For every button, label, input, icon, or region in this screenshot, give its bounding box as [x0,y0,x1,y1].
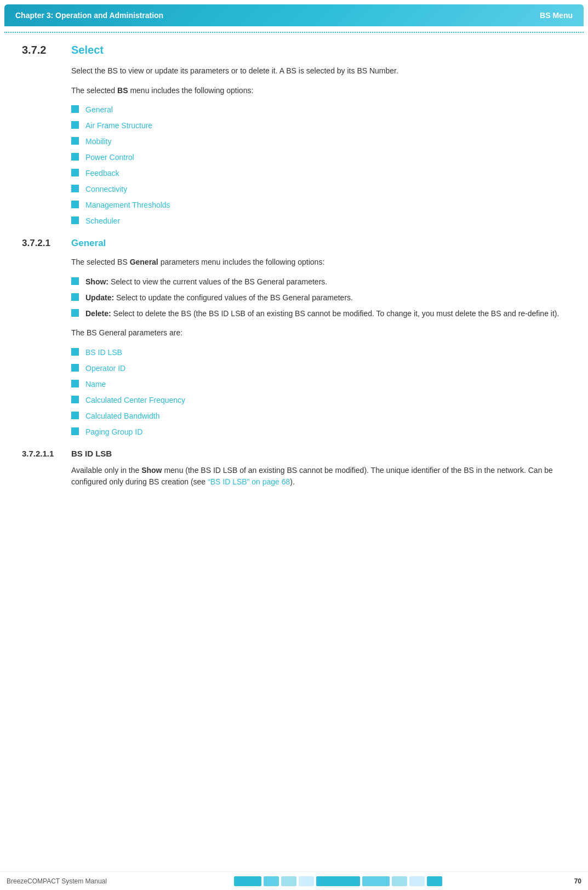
list-item: General [71,104,566,116]
footer-page-number: 70 [574,877,581,885]
list-item: Calculated Bandwidth [71,410,566,422]
footer-block-4 [299,876,314,886]
list-item: Calculated Center Frequency [71,395,566,406]
list-item: Delete: Select to delete the BS (the BS … [71,308,566,320]
footer-block-8 [409,876,425,886]
section-37211-body: Available only in the Show menu (the BS … [71,465,566,488]
section-3721-params-list: BS ID LSB Operator ID Name Calculated Ce… [71,347,566,438]
bs-id-lsb-link[interactable]: “BS ID LSB” on page 68 [208,477,290,486]
bullet-icon [71,380,79,387]
list-item: Mobility [71,136,566,147]
menu-item-connectivity[interactable]: Connectivity [85,184,127,195]
section-3721-title: General [71,238,106,249]
bullet-icon [71,216,79,224]
main-content: 3.7.2 Select Select the BS to view or up… [0,44,588,540]
section-3721-intro: The selected BS General parameters menu … [71,256,566,269]
section-372-heading: 3.7.2 Select [22,44,566,56]
list-item: Show: Select to view the current values … [71,276,566,288]
section-3721-num: 3.7.2.1 [22,238,71,249]
param-bs-id-lsb[interactable]: BS ID LSB [85,347,122,358]
menu-item-feedback[interactable]: Feedback [85,168,119,179]
bullet-icon [71,121,79,129]
bullet-icon [71,153,79,161]
section-372-menu-intro: The selected BS menu includes the follow… [71,85,566,97]
footer-block-1 [234,876,261,886]
chapter-title: Chapter 3: Operation and Administration [15,11,163,20]
list-item: Feedback [71,168,566,179]
list-item: Paging Group ID [71,426,566,438]
bullet-icon [71,364,79,372]
bullet-icon [71,169,79,176]
list-item: Scheduler [71,215,566,227]
bullet-icon [71,137,79,145]
list-item: Air Frame Structure [71,120,566,132]
param-calc-center-freq[interactable]: Calculated Center Frequency [85,395,185,406]
footer-block-9 [427,876,442,886]
section-372-menu-list: General Air Frame Structure Mobility Pow… [71,104,566,227]
section-label: BS Menu [540,11,573,20]
list-item: Operator ID [71,363,566,374]
menu-item-air-frame[interactable]: Air Frame Structure [85,120,152,132]
section-37211-text-after: ). [290,477,295,486]
bullet-icon [71,201,79,208]
param-name[interactable]: Name [85,379,106,390]
header-bar: Chapter 3: Operation and Administration … [4,4,584,26]
menu-item-mobility[interactable]: Mobility [85,136,111,147]
param-operator-id[interactable]: Operator ID [85,363,125,374]
list-item: Connectivity [71,184,566,195]
footer-block-7 [392,876,407,886]
bullet-icon [71,348,79,356]
menu-item-scheduler[interactable]: Scheduler [85,215,120,227]
section-37211-title: BS ID LSB [71,449,112,458]
bullet-icon [71,427,79,435]
footer: BreezeCOMPACT System Manual 70 [0,871,588,890]
footer-block-2 [264,876,279,886]
section-37211-num: 3.7.2.1.1 [22,449,71,458]
bullet-icon [71,185,79,192]
bullet-icon [71,277,79,285]
menu-item-general[interactable]: General [85,104,113,116]
section-372-intro: Select the BS to view or update its para… [71,65,566,77]
section-3721-heading: 3.7.2.1 General [22,238,566,249]
footer-block-3 [281,876,296,886]
bullet-icon [71,105,79,113]
bullet-icon [71,309,79,317]
option-delete: Delete: Select to delete the BS (the BS … [85,308,559,320]
footer-brand: BreezeCOMPACT System Manual [7,877,107,885]
bullet-icon [71,293,79,301]
list-item: Update: Select to update the configured … [71,292,566,304]
list-item: Name [71,379,566,390]
param-paging-group-id[interactable]: Paging Group ID [85,426,142,438]
section-37211-heading: 3.7.2.1.1 BS ID LSB [22,449,566,458]
section-3721-params-intro: The BS General parameters are: [71,327,566,339]
param-calc-bandwidth[interactable]: Calculated Bandwidth [85,410,159,422]
menu-item-power-control[interactable]: Power Control [85,152,134,163]
bullet-icon [71,396,79,403]
footer-block-5 [316,876,360,886]
section-372-title: Select [71,44,104,56]
section-3721-options-list: Show: Select to view the current values … [71,276,566,320]
footer-block-6 [362,876,390,886]
list-item: BS ID LSB [71,347,566,358]
menu-item-mgmt-thresholds[interactable]: Management Thresholds [85,199,170,211]
list-item: Management Thresholds [71,199,566,211]
section-372-num: 3.7.2 [22,44,71,56]
option-show: Show: Select to view the current values … [85,276,327,288]
dotted-separator [4,32,584,33]
bullet-icon [71,412,79,419]
option-update: Update: Select to update the configured … [85,292,353,304]
list-item: Power Control [71,152,566,163]
footer-decoration [234,876,442,886]
